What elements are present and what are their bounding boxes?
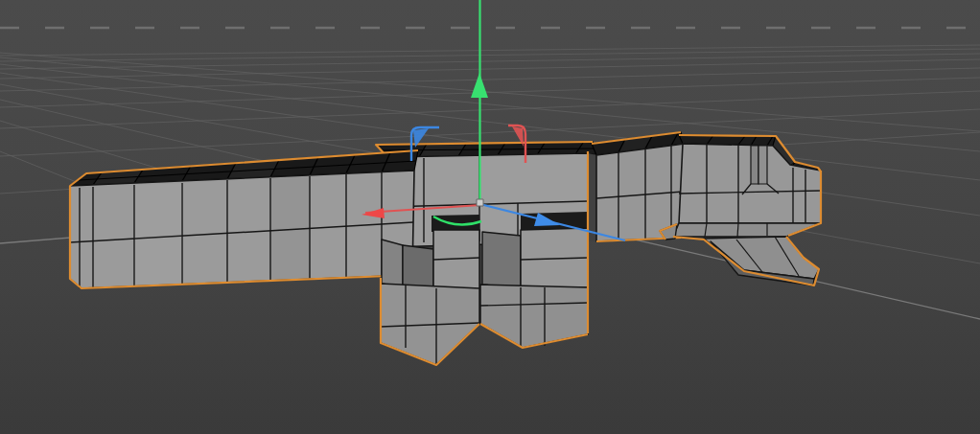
left-wing-shade-quad (134, 183, 182, 286)
tail-notch-face (758, 146, 767, 184)
gizmo-y-arrowhead[interactable] (471, 73, 488, 98)
selected-mesh-object[interactable] (70, 132, 821, 365)
grid-line (0, 91, 980, 128)
viewport-3d[interactable] (0, 0, 980, 434)
left-leg-wall[interactable] (382, 240, 403, 287)
tail-lower-row[interactable] (673, 223, 821, 237)
tail-front-face[interactable] (679, 144, 821, 223)
grid-line (0, 59, 980, 79)
right-leg-inner-face (482, 232, 521, 287)
left-wing-shade-quad (270, 176, 310, 281)
grid-line (0, 54, 980, 69)
tail-notch-face (751, 146, 758, 184)
left-leg-notch (403, 245, 433, 288)
grid-line (0, 53, 980, 131)
scene-canvas[interactable] (0, 0, 980, 434)
gizmo-origin-handle[interactable] (477, 199, 483, 206)
background-gap (588, 153, 596, 241)
left-wing-front-face[interactable] (70, 171, 414, 288)
